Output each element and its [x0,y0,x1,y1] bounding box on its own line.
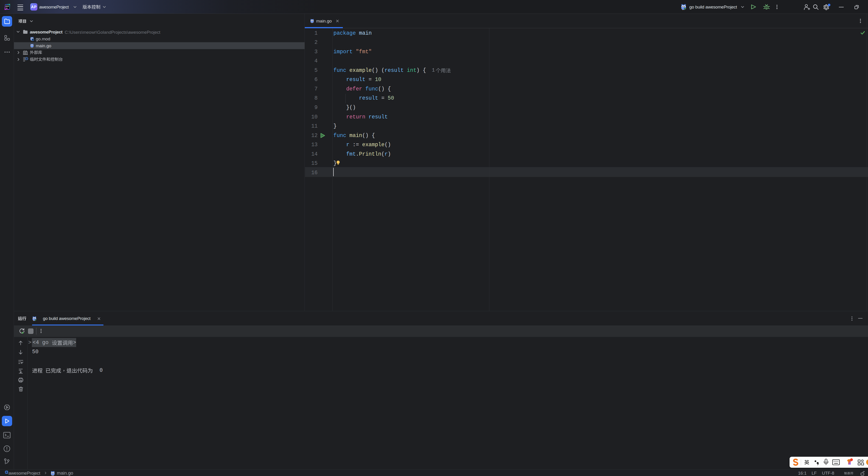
svg-text:GO: GO [5,5,9,7]
